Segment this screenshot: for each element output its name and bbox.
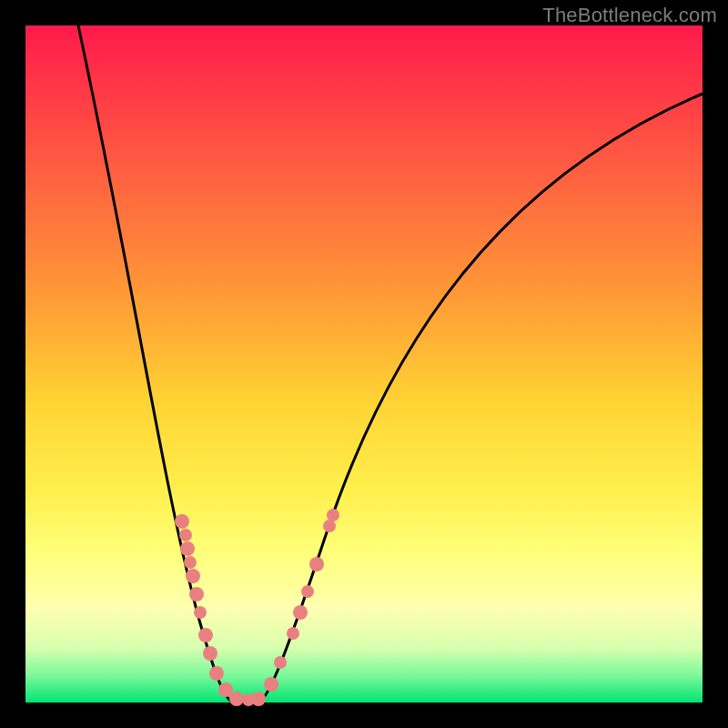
data-marker [293,605,308,620]
bottleneck-curve [78,25,703,703]
data-marker [274,656,287,669]
data-marker [264,677,278,692]
data-marker [184,556,197,569]
data-marker [287,627,299,640]
watermark-text: TheBottleneck.com [542,4,717,27]
chart-plot-area [25,25,703,703]
data-marker [251,692,266,706]
data-marker [189,587,204,602]
data-marker [301,585,314,598]
data-marker [179,529,192,541]
data-marker [180,541,195,556]
data-marker [323,520,336,532]
chart-svg [25,25,703,703]
data-marker [209,666,224,681]
data-marker [198,628,213,642]
data-marker [327,509,339,521]
data-marker [186,569,200,583]
marker-group [175,509,339,706]
data-marker [229,692,244,706]
chart-frame: TheBottleneck.com [0,0,728,728]
data-marker [175,514,189,529]
data-marker [194,606,207,619]
data-marker [309,557,324,571]
data-marker [203,646,217,661]
